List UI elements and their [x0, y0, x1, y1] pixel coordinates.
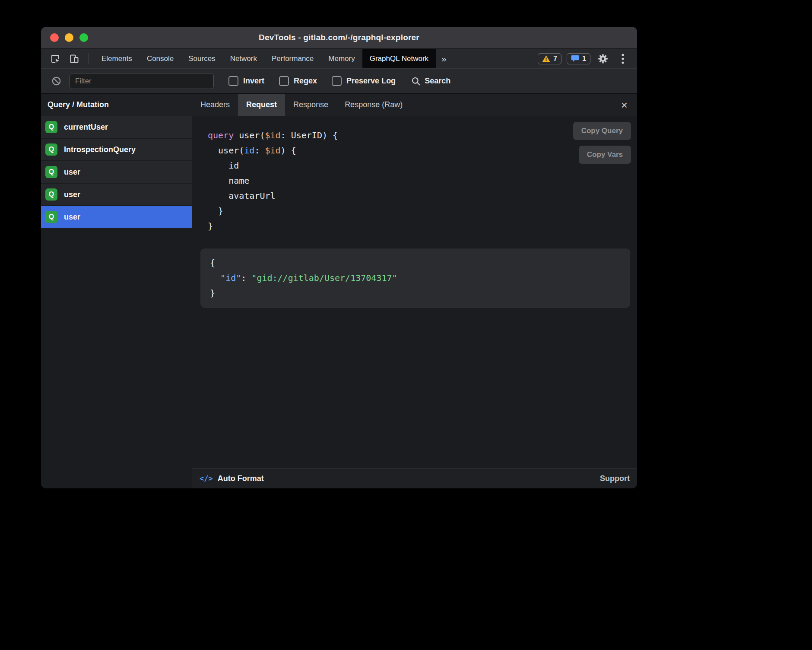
close-window-button[interactable] — [50, 33, 59, 42]
tab-elements[interactable]: Elements — [94, 49, 140, 68]
devtools-toolbar: ElementsConsoleSourcesNetworkPerformance… — [41, 49, 637, 69]
copy-query-button[interactable]: Copy Query — [573, 122, 631, 140]
auto-format-button[interactable]: </> Auto Format — [200, 474, 264, 483]
settings-gear-icon[interactable] — [596, 51, 610, 66]
toolbar-left-icons — [41, 49, 94, 68]
query-name: IntrospectionQuery — [64, 145, 136, 154]
tab-performance[interactable]: Performance — [264, 49, 321, 68]
tab-network[interactable]: Network — [223, 49, 264, 68]
graphql-query-code: query user($id: UserID) { user(id: $id) … — [208, 128, 630, 234]
code-line: avatarUrl — [208, 188, 630, 204]
checkbox-label: Regex — [294, 76, 317, 86]
detail-tab-strip: HeadersRequestResponseResponse (Raw) × — [192, 94, 637, 116]
toolbar-right-controls: 7 1 — [538, 49, 637, 68]
zoom-window-button[interactable] — [79, 33, 88, 42]
detail-tabs: HeadersRequestResponseResponse (Raw) — [192, 94, 411, 116]
query-type-badge: Q — [45, 166, 57, 178]
detail-footer: </> Auto Format Support — [192, 468, 637, 488]
code-brackets-icon: </> — [200, 474, 213, 483]
panel-tab-strip: ElementsConsoleSourcesNetworkPerformance… — [94, 49, 436, 68]
warning-count: 7 — [553, 55, 557, 63]
query-name: user — [64, 190, 80, 199]
code-line: } — [210, 286, 621, 301]
main-split: Query / Mutation QcurrentUserQIntrospect… — [41, 94, 637, 488]
code-line: user(id: $id) { — [208, 143, 630, 158]
issue-count: 1 — [582, 55, 586, 63]
query-sidebar: Query / Mutation QcurrentUserQIntrospect… — [41, 94, 192, 488]
checkbox-label: Invert — [243, 76, 264, 86]
filter-bar: InvertRegexPreserve Log Search — [41, 69, 637, 94]
preserve-log-checkbox[interactable]: Preserve Log — [332, 76, 396, 86]
tab-console[interactable]: Console — [140, 49, 181, 68]
tab-graphql-network[interactable]: GraphQL Network — [362, 49, 436, 68]
more-options-icon[interactable] — [615, 51, 630, 66]
query-list-item[interactable]: QIntrospectionQuery — [41, 139, 192, 160]
warning-icon — [542, 55, 550, 62]
support-link[interactable]: Support — [600, 474, 630, 483]
checkbox-box[interactable] — [228, 76, 238, 86]
code-line: { — [210, 255, 621, 271]
auto-format-label: Auto Format — [218, 474, 264, 483]
query-name: user — [64, 213, 80, 222]
window-title: DevTools - gitlab.com/-/graphql-explorer — [41, 33, 637, 42]
issues-badge[interactable]: 1 — [567, 53, 590, 64]
checkbox-box[interactable] — [279, 76, 289, 86]
devtools-window: DevTools - gitlab.com/-/graphql-explorer… — [41, 27, 637, 488]
sidebar-header: Query / Mutation — [41, 94, 192, 116]
detail-tab-response[interactable]: Response — [285, 94, 336, 116]
copy-button-group: Copy Query Copy Vars — [573, 122, 631, 164]
close-detail-icon[interactable]: × — [619, 99, 630, 111]
toolbar-separator — [89, 53, 89, 64]
query-type-badge: Q — [45, 211, 57, 223]
filter-checkbox-group: InvertRegexPreserve Log — [214, 76, 396, 86]
request-tab-content: Copy Query Copy Vars query user($id: Use… — [192, 116, 637, 468]
code-line: query user($id: UserID) { — [208, 128, 630, 143]
tab-memory[interactable]: Memory — [321, 49, 362, 68]
query-type-badge: Q — [45, 188, 57, 201]
device-toolbar-icon[interactable] — [67, 51, 82, 66]
search-icon — [411, 76, 421, 86]
code-line: "id": "gid://gitlab/User/13704317" — [210, 271, 621, 286]
query-name: currentUser — [64, 123, 108, 132]
query-name: user — [64, 168, 80, 177]
tab-sources[interactable]: Sources — [181, 49, 222, 68]
clear-block-icon[interactable] — [49, 74, 63, 89]
checkbox-box[interactable] — [332, 76, 342, 86]
detail-tab-request[interactable]: Request — [238, 94, 285, 116]
query-list-item[interactable]: QcurrentUser — [41, 116, 192, 138]
detail-tab-headers[interactable]: Headers — [192, 94, 238, 116]
query-type-badge: Q — [45, 121, 57, 133]
variables-box: { "id": "gid://gitlab/User/13704317"} — [200, 249, 630, 308]
message-bubble-icon — [571, 55, 579, 62]
query-list: QcurrentUserQIntrospectionQueryQuserQuse… — [41, 116, 192, 488]
graphql-variables-code: { "id": "gid://gitlab/User/13704317"} — [210, 255, 621, 301]
search-toggle[interactable]: Search — [411, 76, 450, 86]
filter-input[interactable] — [70, 73, 214, 89]
traffic-lights — [50, 33, 88, 42]
checkbox-label: Preserve Log — [346, 76, 396, 86]
invert-checkbox[interactable]: Invert — [228, 76, 264, 86]
code-line: id — [208, 158, 630, 173]
query-type-badge: Q — [45, 143, 57, 156]
code-line: } — [208, 219, 630, 234]
query-list-item[interactable]: Quser — [41, 206, 192, 228]
request-detail-panel: HeadersRequestResponseResponse (Raw) × C… — [192, 94, 637, 488]
code-line: } — [208, 204, 630, 219]
query-list-item[interactable]: Quser — [41, 161, 192, 183]
regex-checkbox[interactable]: Regex — [279, 76, 317, 86]
query-list-item[interactable]: Quser — [41, 184, 192, 205]
titlebar: DevTools - gitlab.com/-/graphql-explorer — [41, 27, 637, 49]
copy-vars-button[interactable]: Copy Vars — [579, 146, 631, 164]
code-line: name — [208, 173, 630, 188]
minimize-window-button[interactable] — [65, 33, 73, 42]
detail-tab-response-raw[interactable]: Response (Raw) — [336, 94, 411, 116]
search-label: Search — [425, 76, 450, 86]
warnings-badge[interactable]: 7 — [538, 53, 561, 64]
more-panels-button[interactable]: » — [436, 49, 452, 68]
inspect-element-icon[interactable] — [48, 51, 63, 66]
